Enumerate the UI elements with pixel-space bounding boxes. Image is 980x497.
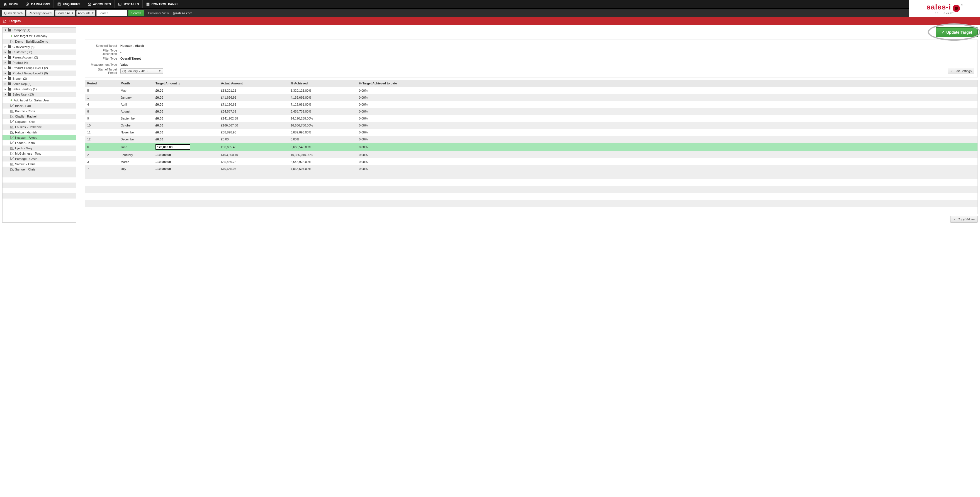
tree-label: Product Group Level 2 (0) <box>13 71 48 75</box>
chart-icon <box>10 110 14 113</box>
table-row[interactable]: 5May£0.00£53,201.255,320,125.00%0.00% <box>85 87 977 94</box>
chart-icon <box>10 136 14 139</box>
tree-target-item[interactable]: Pordage - Gavin <box>3 156 76 162</box>
tree-folder[interactable]: ►Customer (30) <box>3 49 76 55</box>
info-panel: Selected TargetHussain - Akeeb Filter Ty… <box>85 40 978 78</box>
expand-icon: ▼ <box>4 29 6 32</box>
nav-enquiries[interactable]: ENQUIRIES <box>54 0 84 8</box>
folder-icon <box>8 45 11 48</box>
expand-icon: ▼ <box>4 93 6 96</box>
col-period[interactable]: Period <box>85 80 118 87</box>
chart-icon <box>10 40 14 43</box>
chart-icon <box>10 152 14 155</box>
table-row[interactable]: 11November£0.00£38,828.933,882,893.00%0.… <box>85 129 977 136</box>
folder-icon <box>8 93 11 96</box>
tree-label: Product Group Level 1 (2) <box>13 66 48 70</box>
targets-table: Period Month Target Amount▲ Actual Amoun… <box>85 80 978 214</box>
tree-label: Hussain - Akeeb <box>15 136 37 139</box>
target-amount-input[interactable] <box>156 144 190 149</box>
svg-rect-7 <box>148 5 150 6</box>
tree-target-item[interactable]: McGuinness - Tony <box>3 151 76 156</box>
table-row[interactable]: 6June£66,605.466,660,546.00%0.00% <box>85 143 977 151</box>
tree-add-item[interactable]: +Add target for: Company <box>3 33 76 39</box>
recently-viewed-button[interactable]: Recently Viewed <box>26 10 54 16</box>
tree-target-item[interactable]: Bourne - Chris <box>3 109 76 114</box>
top-nav: HOME CAMPAIGNS ENQUIRIES ACCOUNTS MYCALL… <box>0 0 980 9</box>
sort-asc-icon: ▲ <box>178 83 180 85</box>
table-row[interactable]: 8August£0.00£64,587.396,458,739.00%0.00% <box>85 108 977 115</box>
tree-folder[interactable]: ►Branch (2) <box>3 76 76 81</box>
tree-label: Leader - Team <box>15 141 35 144</box>
table-row[interactable]: 7July£10,000.00£70,635.047,063,504.00%0.… <box>85 165 977 172</box>
nav-home[interactable]: HOME <box>0 0 22 8</box>
tree-target-item[interactable]: Black - Paul <box>3 103 76 109</box>
tree-target-item[interactable]: Samuel - Chris <box>3 167 76 172</box>
table-row[interactable]: 4April£0.00£71,190.817,119,081.00%0.00% <box>85 101 977 108</box>
expand-icon: ► <box>4 88 6 91</box>
table-row[interactable]: 1January£0.00£41,666.954,166,695.00%0.00… <box>85 94 977 101</box>
col-month[interactable]: Month <box>118 80 153 87</box>
chart-icon <box>10 168 14 171</box>
customer-view-link[interactable]: Customer View <box>148 11 169 15</box>
table-row[interactable]: 10October£0.00£166,667.8016,666,780.00%0… <box>85 122 977 129</box>
table-row[interactable]: 9September£0.00£141,902.5814,190,258.00%… <box>85 115 977 122</box>
tree-target-item[interactable]: Demo - BuildSuppDemo <box>3 39 76 44</box>
chart-icon <box>10 147 14 149</box>
expand-icon: ► <box>4 51 6 54</box>
period-select[interactable]: (1) January - 2018▼ <box>120 68 163 74</box>
tree-target-item[interactable]: Leader - Team <box>3 140 76 146</box>
chart-icon <box>3 19 7 23</box>
tree-add-item[interactable]: +Add target for: Sales User <box>3 97 76 103</box>
scope-select[interactable]: Search All▼ <box>55 10 75 16</box>
folder-icon <box>8 29 11 32</box>
table-row[interactable]: 2February£10,000.00£103,860.4010,386,040… <box>85 151 977 158</box>
tree-target-item[interactable]: Copland - Olle <box>3 119 76 124</box>
tree-label: McGuinness - Tony <box>15 152 41 155</box>
tree-label: Sales User (13) <box>13 93 34 96</box>
search-input[interactable] <box>96 10 127 16</box>
tree-target-item[interactable]: Samuel - Chris <box>3 162 76 167</box>
tree-label: Sales Territory (1) <box>13 87 37 91</box>
nav-control-panel[interactable]: CONTROL PANEL <box>143 0 183 8</box>
edit-settings-button[interactable]: Edit Settings <box>948 68 974 74</box>
svg-point-1 <box>27 4 28 5</box>
table-row[interactable]: 12December£0.00£0.000.00%0.00% <box>85 136 977 143</box>
chart-icon <box>10 120 14 123</box>
tree-target-item[interactable]: Halton - Hamish <box>3 130 76 135</box>
tree-label: Challis - Rachel <box>15 115 37 118</box>
update-target-button[interactable]: ✓ Update Target <box>936 27 978 37</box>
tree-folder[interactable]: ►Product Group Level 1 (2) <box>3 65 76 71</box>
tree-folder[interactable]: ▼Sales User (13) <box>3 92 76 97</box>
tree-target-item[interactable]: Foulkes - Catherine <box>3 124 76 130</box>
copy-values-button[interactable]: Copy Values <box>950 216 978 222</box>
expand-icon: ► <box>4 45 6 48</box>
nav-accounts[interactable]: ACCOUNTS <box>84 0 115 8</box>
target-tree: ▼Company (1)+Add target for: CompanyDemo… <box>2 27 76 222</box>
entity-select[interactable]: Accounts▼ <box>76 10 95 16</box>
col-achieved[interactable]: % Achieved <box>288 80 357 87</box>
tree-folder[interactable]: ►Product Group Level 2 (0) <box>3 71 76 76</box>
col-todate[interactable]: % Target Achieved to date <box>357 80 977 87</box>
tree-target-item[interactable]: Challis - Rachel <box>3 114 76 119</box>
tree-target-item[interactable]: Hussain - Akeeb <box>3 135 76 140</box>
search-button[interactable]: Search <box>128 10 144 16</box>
quick-search-button[interactable]: Quick Search <box>2 10 25 16</box>
col-actual[interactable]: Actual Amount <box>219 80 288 87</box>
tree-folder[interactable]: ►Sales Territory (1) <box>3 87 76 92</box>
tree-label: Lynch - Gary <box>15 146 33 150</box>
search-bar: Quick Search Recently Viewed Search All▼… <box>0 9 980 17</box>
expand-icon: ► <box>4 67 6 69</box>
tree-target-item[interactable]: Lynch - Gary <box>3 146 76 151</box>
tree-label: Bourne - Chris <box>15 110 35 113</box>
nav-campaigns[interactable]: CAMPAIGNS <box>22 0 54 8</box>
tree-folder[interactable]: ►Parent Account (2) <box>3 55 76 60</box>
table-row[interactable]: 3March£10,000.00£65,439.786,543,978.00%0… <box>85 158 977 165</box>
tree-label: Parent Account (2) <box>13 56 38 59</box>
tree-folder[interactable]: ►Sales Rep (6) <box>3 81 76 87</box>
nav-mycalls[interactable]: MYCALLS <box>115 0 142 8</box>
tree-folder[interactable]: ►Product (4) <box>3 60 76 65</box>
col-target[interactable]: Target Amount▲ <box>153 80 219 87</box>
tree-folder[interactable]: ▼Company (1) <box>3 28 76 33</box>
expand-icon: ► <box>4 72 6 75</box>
tree-folder[interactable]: ►CRM Activity (8) <box>3 44 76 49</box>
